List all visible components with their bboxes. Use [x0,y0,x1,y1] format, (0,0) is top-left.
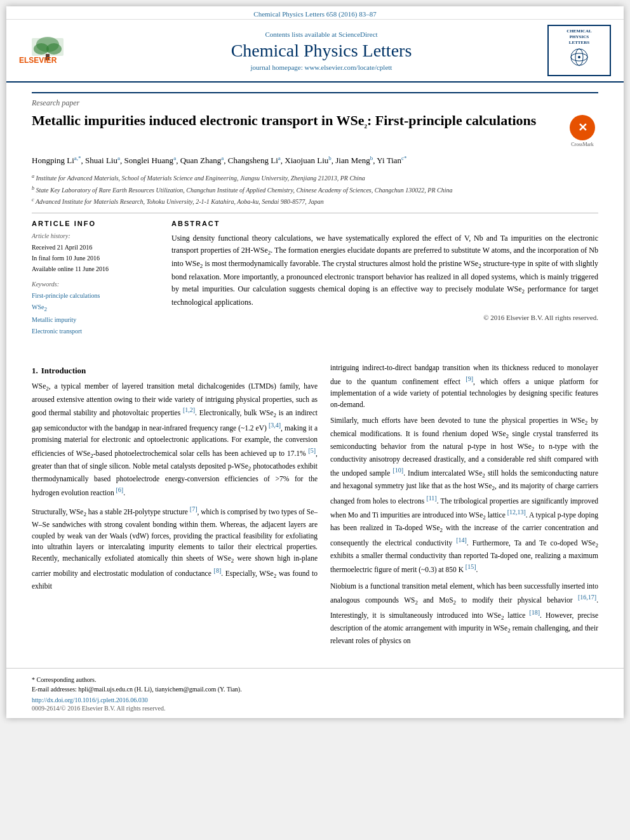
crossmark-section: ✕ CrossMark [566,115,598,147]
svg-point-4 [46,43,62,55]
journal-header: ELSEVIER Contents lists available at Sci… [6,20,624,83]
available-date: Available online 11 June 2016 [32,263,159,274]
abstract-panel: ABSTRACT Using density functional theory… [171,220,598,337]
info-abstract-row: ARTICLE INFO Article history: Received 2… [32,213,598,337]
elsevier-tree-icon: ELSEVIER [19,35,76,63]
left-column: 1.Introduction WSe2, a typical member of… [32,363,318,651]
affil-b: b State Key Laboratory of Rare Earth Res… [32,185,598,195]
affil-a: a Institute for Advanced Materials, Scho… [32,173,598,183]
svg-text:ELSEVIER: ELSEVIER [19,56,57,63]
right-para-2: Similarly, much efforts have been devote… [330,415,598,575]
article-type-label: Research paper [32,92,598,108]
journal-homepage: journal homepage: www.elsevier.com/locat… [95,63,547,71]
footnote-section: * Corresponding authors. E-mail addresse… [6,668,624,718]
keywords-list: First-principle calculations WSe2 Metall… [32,290,159,337]
svg-point-10 [578,56,580,58]
doi-line: http://dx.doi.org/10.1016/j.cplett.2016.… [32,697,598,703]
email-note: E-mail addresses: hpli@mail.ujs.edu.cn (… [32,684,598,694]
crossmark-label: CrossMark [566,142,598,147]
journal-center: Contents lists available at ScienceDirec… [95,30,547,71]
article-info-panel: ARTICLE INFO Article history: Received 2… [32,220,159,337]
journal-logo: CHEMICALPHYSICSLETTERS [547,25,611,76]
keyword-2: WSe2 [32,302,159,314]
article-info-heading: ARTICLE INFO [32,220,159,227]
abstract-heading: ABSTRACT [171,220,598,227]
top-bar: Chemical Physics Letters 658 (2016) 83–8… [6,6,624,20]
article-body: Research paper Metallic impurities induc… [6,83,624,356]
main-content: 1.Introduction WSe2, a typical member of… [6,356,624,664]
keyword-3: Metallic impurity [32,314,159,326]
received-date: Received 21 April 2016 [32,242,159,253]
affil-c: c Advanced Institute for Materials Resea… [32,196,598,206]
right-para-1: intriguing indirect-to-direct bandgap tr… [330,363,598,410]
affiliations: a Institute for Advanced Materials, Scho… [32,173,598,206]
abstract-text: Using density functional theory calculat… [171,232,598,309]
contents-note: Contents lists available at ScienceDirec… [95,30,547,38]
cpl-graphic-icon [563,48,595,70]
keyword-4: Electronic transport [32,326,159,337]
crossmark-icon: ✕ [570,115,595,140]
cpl-logo-box: CHEMICALPHYSICSLETTERS [547,25,611,76]
title-row: Metallic impurities induced electronic t… [32,112,598,147]
authors-line: Hongping Lia,*, Shuai Liua, Songlei Huan… [32,154,598,168]
right-column: intriguing indirect-to-direct bandgap tr… [330,363,598,651]
keywords-label: Keywords: [32,281,159,288]
journal-ref: Chemical Physics Letters 658 (2016) 83–8… [253,10,376,18]
page: Chemical Physics Letters 658 (2016) 83–8… [6,6,624,718]
copyright-notice: © 2016 Elsevier B.V. All rights reserved… [171,314,598,321]
corresponding-note: * Corresponding authors. [32,675,598,684]
intro-heading: 1.Introduction [32,366,318,376]
intro-para-2: Structurally, WSe2 has a stable 2H-polyt… [32,504,318,593]
history-label: Article history: [32,232,159,239]
final-form-date: In final form 10 June 2016 [32,253,159,263]
article-title: Metallic impurities induced electronic t… [32,112,560,131]
intro-para-1: WSe2, a typical member of layered transi… [32,381,318,498]
right-para-3: Niobium is a functional transition metal… [330,581,598,647]
journal-title: Chemical Physics Letters [95,41,547,61]
keyword-1: First-principle calculations [32,290,159,302]
article-dates: Received 21 April 2016 In final form 10 … [32,242,159,274]
issn-line: 0009-2614/© 2016 Elsevier B.V. All right… [32,705,598,712]
elsevier-logo-section: ELSEVIER [19,35,95,66]
